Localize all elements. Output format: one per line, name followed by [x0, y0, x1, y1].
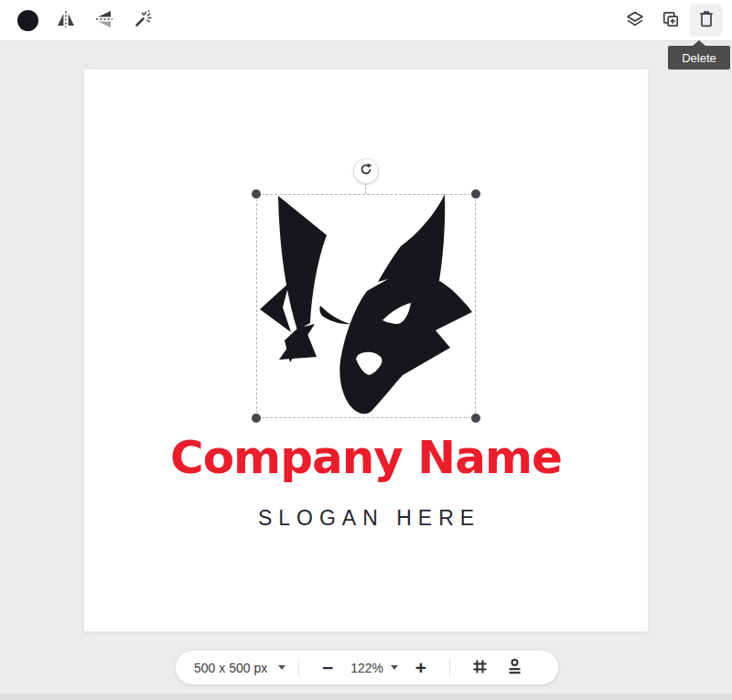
color-swatch-button[interactable] [11, 4, 44, 37]
bottom-toolbar: 500 x 500 px − 122% + [176, 651, 558, 684]
selection-handle-top-right[interactable] [471, 189, 480, 199]
bottom-strip [0, 694, 732, 700]
flip-horizontal-icon [55, 8, 77, 33]
fox-logo-graphic[interactable] [256, 194, 476, 418]
duplicate-icon [661, 9, 681, 32]
delete-button[interactable] [690, 4, 723, 37]
zoom-level-label: 122% [350, 661, 383, 675]
company-name-text[interactable]: Company Name [84, 433, 648, 483]
layers-icon [625, 9, 645, 32]
toolbar-divider [449, 658, 450, 677]
selection-handle-top-left[interactable] [252, 189, 261, 199]
delete-tooltip: Delete [668, 46, 730, 70]
right-tool-group [619, 4, 723, 37]
selection-handle-bottom-left[interactable] [252, 414, 261, 423]
position-align-icon [505, 657, 524, 679]
trash-icon [696, 9, 716, 32]
left-tool-group [9, 4, 159, 37]
flip-horizontal-button[interactable] [49, 4, 82, 37]
magic-wand-button[interactable] [126, 4, 159, 37]
rotation-handle[interactable] [353, 158, 379, 184]
top-toolbar [0, 0, 732, 41]
rotation-connector-line [365, 183, 366, 194]
tooltip-arrow-icon [693, 40, 705, 46]
flip-vertical-button[interactable] [88, 4, 121, 37]
position-button[interactable] [498, 657, 533, 679]
canvas-size-label: 500 x 500 px [194, 661, 267, 675]
flip-vertical-icon [93, 8, 115, 33]
color-swatch-icon [17, 10, 38, 31]
zoom-in-button[interactable]: + [405, 658, 436, 677]
toolbar-divider [298, 658, 299, 677]
zoom-out-button[interactable]: − [312, 658, 343, 677]
rotate-icon [358, 161, 374, 181]
grid-icon [470, 657, 490, 679]
duplicate-button[interactable] [654, 4, 687, 37]
layers-button[interactable] [619, 4, 651, 37]
slogan-text[interactable]: SLOGAN HERE [84, 507, 648, 530]
selection-handle-bottom-right[interactable] [471, 414, 480, 423]
delete-tooltip-label: Delete [682, 51, 716, 65]
zoom-level-selector[interactable]: 122% [350, 661, 398, 675]
grid-toggle-button[interactable] [463, 657, 498, 679]
caret-down-icon [391, 665, 398, 670]
canvas-size-selector[interactable]: 500 x 500 px [194, 661, 285, 675]
magic-wand-icon [132, 8, 154, 33]
caret-down-icon [278, 665, 285, 670]
